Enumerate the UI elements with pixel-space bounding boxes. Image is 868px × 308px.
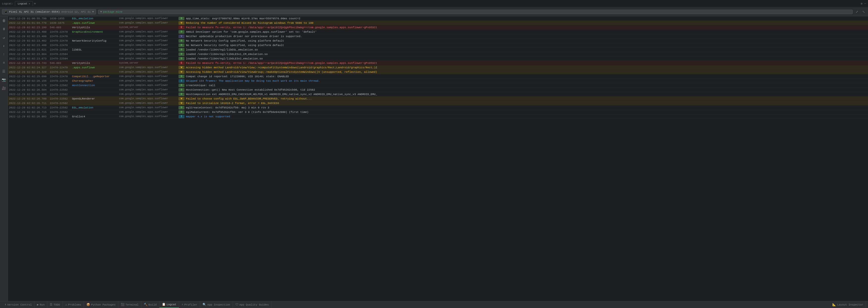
- scroll-down-button[interactable]: ⬇: [1, 43, 7, 49]
- log-row[interactable]: 2022-12-29 02:02:26.70922470-22582OpenGL…: [8, 97, 868, 101]
- log-pid: 22470-22584: [50, 53, 72, 56]
- log-tag: libEGL: [72, 48, 119, 51]
- status-item-app-quality[interactable]: 🛡App Quality Guides: [233, 301, 272, 308]
- status-item-terminal[interactable]: ⬛Terminal: [118, 301, 142, 308]
- log-row[interactable]: 2022-12-29 02:02:23.743546-603VerityUtil…: [8, 61, 868, 65]
- log-row[interactable]: 2022-12-29 02:02:23.62122470-22584libEGL…: [8, 48, 868, 52]
- log-timestamp: 2022-12-29 02:02:23.400: [9, 44, 50, 47]
- log-row[interactable]: 2022-12-29 02:02:23.40222470-22470Networ…: [8, 39, 868, 43]
- status-item-layout-inspector[interactable]: 📐Layout Inspector: [830, 301, 866, 308]
- log-row[interactable]: 2022-12-29 02:02:26.57922470-22582HostCo…: [8, 83, 868, 88]
- more-options-button[interactable]: ☰: [1, 68, 7, 74]
- log-message: Accessing hidden method Landroid/view/Vi…: [186, 70, 867, 73]
- status-item-logcat[interactable]: 📋Logcat: [159, 301, 179, 308]
- status-item-profiler[interactable]: ⚡Profiler: [179, 301, 200, 308]
- screenshot-button[interactable]: 📷: [1, 77, 7, 83]
- log-message: Reducing the number of considered missed…: [186, 22, 867, 25]
- logcat-label: Logcat:: [2, 2, 13, 5]
- log-row[interactable]: 2022-12-29 02:02:25.69022470-22470Compat…: [8, 74, 868, 79]
- log-timestamp: 2022-12-29 02:02:23.402: [9, 39, 50, 42]
- build-icon: 🔨: [144, 303, 148, 307]
- scroll-up-button[interactable]: ↑: [1, 52, 7, 57]
- log-pid: 22470-22470: [50, 30, 72, 33]
- minimize-icon[interactable]: —: [864, 2, 866, 5]
- log-package: system_server: [119, 26, 179, 29]
- log-row[interactable]: 2022-12-29 02:02:26.80322470-22582Grallo…: [8, 114, 868, 119]
- build-label: Build: [149, 303, 157, 306]
- reload-button[interactable]: ↺: [1, 35, 7, 40]
- log-row[interactable]: 2022-12-29 02:02:23.40022470-22470com.go…: [8, 43, 868, 48]
- clear-button[interactable]: 🗑: [1, 18, 7, 24]
- log-tag: OpenGLRenderer: [72, 97, 119, 100]
- settings-icon[interactable]: ⚙: [861, 2, 863, 5]
- log-row[interactable]: 2022-12-29 02:02:26.69922470-22582com.go…: [8, 92, 868, 97]
- log-package: com.google.samples.apps.sunflower: [119, 44, 179, 47]
- log-row[interactable]: 2022-12-29 02:02:26.71322470-22582EGL_em…: [8, 105, 868, 110]
- status-item-python-packages[interactable]: 📦Python Packages: [84, 301, 118, 308]
- tab-close-icon[interactable]: ✕: [29, 2, 30, 5]
- log-row[interactable]: 2022-12-29 02:02:26.71522470-22582com.go…: [8, 110, 868, 114]
- expand-icon[interactable]: ⤢: [855, 9, 859, 14]
- record-button[interactable]: 🎥: [1, 85, 7, 91]
- filter-settings-button[interactable]: ≡: [1, 60, 7, 66]
- log-row[interactable]: 2022-12-29 02:02:24.32722470-22470.apps.…: [8, 65, 868, 70]
- log-message: HostComposition ext ANDROID_EMU_CHECKSUM…: [186, 93, 867, 96]
- log-message: createUnique: call: [186, 84, 867, 87]
- log-tag: Compatibil...geReporter: [72, 75, 119, 78]
- log-level-badge: D: [179, 93, 184, 96]
- log-row[interactable]: 2022-12-29 02:02:23.40022470-22470com.go…: [8, 34, 868, 39]
- log-row[interactable]: 2022-12-29 02:02:23.67322470-22584com.go…: [8, 57, 868, 61]
- log-row[interactable]: 2022-12-29 01:01:04.7701639-1675.apps.su…: [8, 21, 868, 25]
- tab-label: Logcat: [18, 2, 28, 5]
- log-level-badge: D: [179, 17, 184, 20]
- tab-bar: Logcat ✕ +: [15, 1, 36, 6]
- log-timestamp: 2022-12-29 02:02:24.327: [9, 66, 50, 69]
- add-tab-button[interactable]: +: [34, 2, 36, 6]
- log-timestamp: 2022-12-29 01:00:55.790: [9, 17, 50, 20]
- filter-icon: ▼: [100, 10, 102, 13]
- device-name: Pixel XL API 31 (emulator-5554): [9, 10, 60, 13]
- log-timestamp: 2022-12-29 02:02:26.713: [9, 106, 50, 109]
- log-pid: 1639-1855: [50, 17, 72, 20]
- log-timestamp: 2022-12-29 02:02:26.584: [9, 88, 50, 91]
- terminal-icon: ⬛: [121, 303, 125, 307]
- run-icon: ▶: [37, 303, 39, 307]
- log-package: com.google.samples.apps.sunflower: [119, 75, 179, 78]
- log-message: eglMakeCurrent: 0x7df95262cf50: ver 3 0 …: [186, 111, 867, 114]
- status-item-todo[interactable]: ☰TODO: [47, 301, 63, 308]
- log-package: com.google.samples.apps.sunflower: [119, 70, 179, 73]
- log-tag: Choreographer: [72, 80, 119, 83]
- app-quality-icon: 🛡: [236, 303, 239, 307]
- pause-button[interactable]: ⏸: [1, 26, 7, 32]
- log-tag: .apps.sunflowe: [72, 66, 119, 69]
- status-item-app-inspection[interactable]: 🔍App Inspection: [200, 301, 233, 308]
- log-row[interactable]: 2022-12-29 02:02:23.66422470-22584com.go…: [8, 52, 868, 57]
- filter-bar[interactable]: ▼ package:mine: [98, 10, 852, 14]
- log-row[interactable]: 2022-12-29 02:02:26.58422470-22582com.go…: [8, 88, 868, 92]
- log-message: Failed to measure fs-verity, errno 1: /d…: [186, 62, 867, 65]
- log-tag: VerityUtils: [72, 62, 119, 65]
- log-package: com.google.samples.apps.sunflower: [119, 111, 179, 114]
- log-row[interactable]: 2022-12-29 02:02:23.199546-603VerityUtil…: [8, 25, 868, 30]
- device-selector[interactable]: 📱 Pixel XL API 31 (emulator-5554) Androi…: [2, 9, 96, 14]
- log-level-badge: D: [179, 84, 184, 87]
- status-item-build[interactable]: 🔨Build: [142, 301, 159, 308]
- log-row[interactable]: 2022-12-29 02:02:26.71122470-22582com.go…: [8, 101, 868, 105]
- logcat-tab[interactable]: Logcat ✕: [15, 1, 33, 6]
- log-pid: 22470-22582: [50, 106, 72, 109]
- log-row[interactable]: 2022-12-29 02:02:24.32822470-22470com.go…: [8, 70, 868, 74]
- log-row[interactable]: 2022-12-29 02:02:26.15522470-22470Choreo…: [8, 79, 868, 83]
- log-package: com.google.samples.apps.sunflower: [119, 48, 179, 51]
- log-timestamp: 2022-12-29 02:02:26.715: [9, 111, 50, 114]
- collapse-icon[interactable]: ⤡: [861, 9, 866, 14]
- log-level-badge: D: [179, 43, 184, 47]
- log-row[interactable]: 2022-12-29 01:00:55.7901639-1855EGL_emul…: [8, 16, 868, 21]
- log-area[interactable]: 2022-12-29 01:00:55.7901639-1855EGL_emul…: [8, 16, 868, 301]
- log-timestamp: 2022-12-29 02:02:23.400: [9, 35, 50, 38]
- status-item-version-control[interactable]: ⬆Version Control: [2, 301, 34, 308]
- status-item-run[interactable]: ▶Run: [34, 301, 47, 308]
- log-pid: 22470-22470: [50, 75, 72, 78]
- status-item-problems[interactable]: ⚠Problems: [63, 301, 84, 308]
- log-timestamp: 2022-12-29 01:01:04.770: [9, 22, 50, 25]
- log-row[interactable]: 2022-12-29 02:02:23.40022470-22470Graphi…: [8, 30, 868, 34]
